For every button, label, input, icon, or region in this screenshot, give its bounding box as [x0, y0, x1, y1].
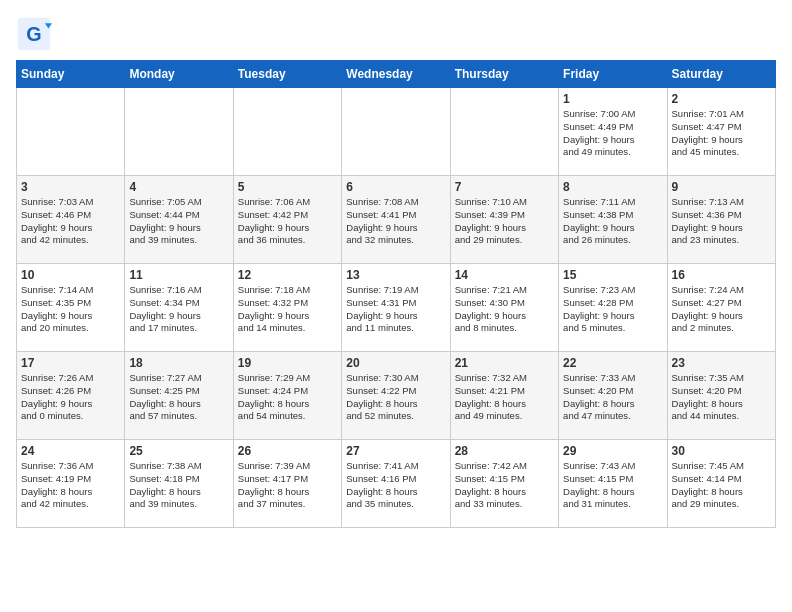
calendar-week-row: 24Sunrise: 7:36 AM Sunset: 4:19 PM Dayli…: [17, 440, 776, 528]
weekday-header: Tuesday: [233, 61, 341, 88]
calendar-cell: 10Sunrise: 7:14 AM Sunset: 4:35 PM Dayli…: [17, 264, 125, 352]
calendar-cell: 21Sunrise: 7:32 AM Sunset: 4:21 PM Dayli…: [450, 352, 558, 440]
day-number: 6: [346, 180, 445, 194]
day-number: 3: [21, 180, 120, 194]
day-number: 8: [563, 180, 662, 194]
calendar-cell: 17Sunrise: 7:26 AM Sunset: 4:26 PM Dayli…: [17, 352, 125, 440]
day-info: Sunrise: 7:30 AM Sunset: 4:22 PM Dayligh…: [346, 372, 445, 423]
svg-text:G: G: [26, 23, 41, 45]
calendar-cell: 25Sunrise: 7:38 AM Sunset: 4:18 PM Dayli…: [125, 440, 233, 528]
calendar-cell: 12Sunrise: 7:18 AM Sunset: 4:32 PM Dayli…: [233, 264, 341, 352]
day-info: Sunrise: 7:23 AM Sunset: 4:28 PM Dayligh…: [563, 284, 662, 335]
day-number: 24: [21, 444, 120, 458]
day-info: Sunrise: 7:13 AM Sunset: 4:36 PM Dayligh…: [672, 196, 771, 247]
day-info: Sunrise: 7:29 AM Sunset: 4:24 PM Dayligh…: [238, 372, 337, 423]
day-number: 11: [129, 268, 228, 282]
day-info: Sunrise: 7:38 AM Sunset: 4:18 PM Dayligh…: [129, 460, 228, 511]
calendar-week-row: 3Sunrise: 7:03 AM Sunset: 4:46 PM Daylig…: [17, 176, 776, 264]
calendar-header-row: SundayMondayTuesdayWednesdayThursdayFrid…: [17, 61, 776, 88]
day-info: Sunrise: 7:24 AM Sunset: 4:27 PM Dayligh…: [672, 284, 771, 335]
weekday-header: Monday: [125, 61, 233, 88]
calendar-cell: 28Sunrise: 7:42 AM Sunset: 4:15 PM Dayli…: [450, 440, 558, 528]
calendar-cell: [450, 88, 558, 176]
day-number: 26: [238, 444, 337, 458]
calendar-cell: 15Sunrise: 7:23 AM Sunset: 4:28 PM Dayli…: [559, 264, 667, 352]
day-number: 9: [672, 180, 771, 194]
day-info: Sunrise: 7:26 AM Sunset: 4:26 PM Dayligh…: [21, 372, 120, 423]
day-number: 29: [563, 444, 662, 458]
day-info: Sunrise: 7:10 AM Sunset: 4:39 PM Dayligh…: [455, 196, 554, 247]
day-info: Sunrise: 7:27 AM Sunset: 4:25 PM Dayligh…: [129, 372, 228, 423]
day-number: 23: [672, 356, 771, 370]
day-info: Sunrise: 7:41 AM Sunset: 4:16 PM Dayligh…: [346, 460, 445, 511]
day-info: Sunrise: 7:33 AM Sunset: 4:20 PM Dayligh…: [563, 372, 662, 423]
calendar-cell: 22Sunrise: 7:33 AM Sunset: 4:20 PM Dayli…: [559, 352, 667, 440]
calendar-cell: 8Sunrise: 7:11 AM Sunset: 4:38 PM Daylig…: [559, 176, 667, 264]
page-header: G: [16, 16, 776, 52]
day-number: 13: [346, 268, 445, 282]
day-number: 1: [563, 92, 662, 106]
calendar-week-row: 17Sunrise: 7:26 AM Sunset: 4:26 PM Dayli…: [17, 352, 776, 440]
day-info: Sunrise: 7:36 AM Sunset: 4:19 PM Dayligh…: [21, 460, 120, 511]
calendar-week-row: 10Sunrise: 7:14 AM Sunset: 4:35 PM Dayli…: [17, 264, 776, 352]
day-info: Sunrise: 7:06 AM Sunset: 4:42 PM Dayligh…: [238, 196, 337, 247]
day-info: Sunrise: 7:32 AM Sunset: 4:21 PM Dayligh…: [455, 372, 554, 423]
calendar-cell: [17, 88, 125, 176]
calendar-cell: 16Sunrise: 7:24 AM Sunset: 4:27 PM Dayli…: [667, 264, 775, 352]
calendar-cell: 7Sunrise: 7:10 AM Sunset: 4:39 PM Daylig…: [450, 176, 558, 264]
weekday-header: Sunday: [17, 61, 125, 88]
calendar-cell: 24Sunrise: 7:36 AM Sunset: 4:19 PM Dayli…: [17, 440, 125, 528]
day-number: 21: [455, 356, 554, 370]
calendar-cell: [233, 88, 341, 176]
calendar-cell: 18Sunrise: 7:27 AM Sunset: 4:25 PM Dayli…: [125, 352, 233, 440]
calendar-cell: 13Sunrise: 7:19 AM Sunset: 4:31 PM Dayli…: [342, 264, 450, 352]
day-info: Sunrise: 7:39 AM Sunset: 4:17 PM Dayligh…: [238, 460, 337, 511]
day-number: 22: [563, 356, 662, 370]
day-info: Sunrise: 7:00 AM Sunset: 4:49 PM Dayligh…: [563, 108, 662, 159]
day-number: 4: [129, 180, 228, 194]
calendar-cell: 27Sunrise: 7:41 AM Sunset: 4:16 PM Dayli…: [342, 440, 450, 528]
day-number: 27: [346, 444, 445, 458]
day-number: 25: [129, 444, 228, 458]
day-info: Sunrise: 7:08 AM Sunset: 4:41 PM Dayligh…: [346, 196, 445, 247]
day-info: Sunrise: 7:43 AM Sunset: 4:15 PM Dayligh…: [563, 460, 662, 511]
calendar-cell: 30Sunrise: 7:45 AM Sunset: 4:14 PM Dayli…: [667, 440, 775, 528]
calendar-cell: 4Sunrise: 7:05 AM Sunset: 4:44 PM Daylig…: [125, 176, 233, 264]
weekday-header: Thursday: [450, 61, 558, 88]
calendar-cell: 6Sunrise: 7:08 AM Sunset: 4:41 PM Daylig…: [342, 176, 450, 264]
day-number: 20: [346, 356, 445, 370]
calendar-table: SundayMondayTuesdayWednesdayThursdayFrid…: [16, 60, 776, 528]
day-info: Sunrise: 7:42 AM Sunset: 4:15 PM Dayligh…: [455, 460, 554, 511]
calendar-cell: 19Sunrise: 7:29 AM Sunset: 4:24 PM Dayli…: [233, 352, 341, 440]
day-number: 12: [238, 268, 337, 282]
day-number: 15: [563, 268, 662, 282]
calendar-cell: 20Sunrise: 7:30 AM Sunset: 4:22 PM Dayli…: [342, 352, 450, 440]
day-info: Sunrise: 7:11 AM Sunset: 4:38 PM Dayligh…: [563, 196, 662, 247]
calendar-week-row: 1Sunrise: 7:00 AM Sunset: 4:49 PM Daylig…: [17, 88, 776, 176]
day-number: 16: [672, 268, 771, 282]
day-info: Sunrise: 7:01 AM Sunset: 4:47 PM Dayligh…: [672, 108, 771, 159]
day-info: Sunrise: 7:03 AM Sunset: 4:46 PM Dayligh…: [21, 196, 120, 247]
day-number: 30: [672, 444, 771, 458]
day-info: Sunrise: 7:14 AM Sunset: 4:35 PM Dayligh…: [21, 284, 120, 335]
calendar-cell: [125, 88, 233, 176]
day-number: 17: [21, 356, 120, 370]
calendar-cell: 1Sunrise: 7:00 AM Sunset: 4:49 PM Daylig…: [559, 88, 667, 176]
calendar-cell: [342, 88, 450, 176]
day-number: 18: [129, 356, 228, 370]
logo: G: [16, 16, 56, 52]
weekday-header: Saturday: [667, 61, 775, 88]
day-number: 14: [455, 268, 554, 282]
calendar-cell: 3Sunrise: 7:03 AM Sunset: 4:46 PM Daylig…: [17, 176, 125, 264]
day-info: Sunrise: 7:19 AM Sunset: 4:31 PM Dayligh…: [346, 284, 445, 335]
calendar-cell: 11Sunrise: 7:16 AM Sunset: 4:34 PM Dayli…: [125, 264, 233, 352]
day-number: 10: [21, 268, 120, 282]
day-number: 19: [238, 356, 337, 370]
calendar-cell: 29Sunrise: 7:43 AM Sunset: 4:15 PM Dayli…: [559, 440, 667, 528]
calendar-cell: 14Sunrise: 7:21 AM Sunset: 4:30 PM Dayli…: [450, 264, 558, 352]
day-info: Sunrise: 7:45 AM Sunset: 4:14 PM Dayligh…: [672, 460, 771, 511]
day-info: Sunrise: 7:05 AM Sunset: 4:44 PM Dayligh…: [129, 196, 228, 247]
day-info: Sunrise: 7:35 AM Sunset: 4:20 PM Dayligh…: [672, 372, 771, 423]
calendar-cell: 5Sunrise: 7:06 AM Sunset: 4:42 PM Daylig…: [233, 176, 341, 264]
day-number: 7: [455, 180, 554, 194]
